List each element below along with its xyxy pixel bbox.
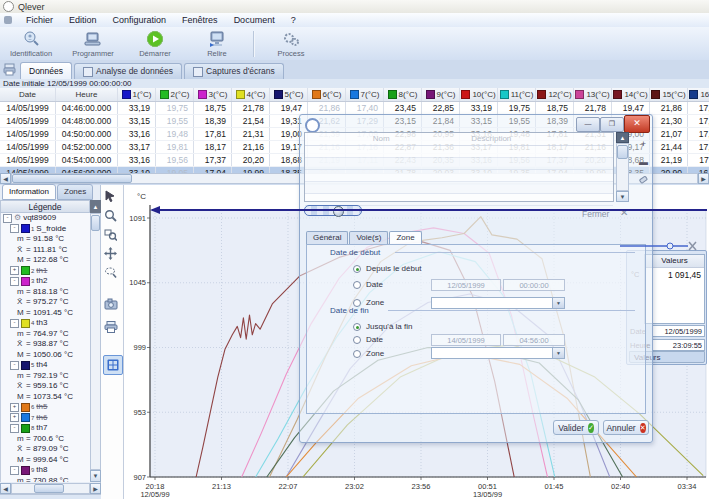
dialog-maximize-button[interactable]: ❒ [600, 117, 624, 132]
radio-depuis-le-debut[interactable] [353, 265, 361, 273]
cursor-icon[interactable] [104, 190, 120, 206]
legend-channel[interactable]: -1S_froide [3, 224, 90, 235]
annuler-button[interactable]: Annuler ✕ [603, 420, 649, 435]
zone-slider[interactable] [304, 205, 362, 216]
panel-tab-zones[interactable]: Zones [57, 184, 93, 200]
valider-button[interactable]: Valider ✓ [553, 420, 599, 435]
dialog-tab-general[interactable]: Général [306, 231, 348, 244]
end-time-field[interactable]: 04:56:00 [503, 334, 565, 346]
start-zone-dropdown[interactable]: ▼ [431, 297, 565, 309]
dialog-tab-voie-s[interactable]: Voie(s) [349, 231, 388, 244]
column-header-ch10[interactable]: 10(°C) [460, 88, 498, 101]
menu-item-help[interactable]: ? [283, 13, 304, 27]
column-header-date[interactable]: Date [0, 88, 56, 101]
start-time-field[interactable]: 00:00:00 [503, 279, 565, 291]
expand-icon[interactable]: + [10, 403, 19, 412]
column-header-ch9[interactable]: 9(°C) [422, 88, 460, 101]
legend-root[interactable]: -⚙vqt89609 [3, 213, 90, 224]
expand-icon[interactable]: - [10, 466, 19, 475]
column-header-heure[interactable]: Heure [56, 88, 118, 101]
scroll-thumb[interactable] [12, 174, 132, 183]
expand-icon[interactable]: - [10, 361, 19, 370]
legend-channel[interactable]: +2th1 [3, 266, 90, 277]
pan-icon[interactable] [104, 247, 120, 263]
menu-item-edition[interactable]: Edition [61, 13, 105, 27]
toolbar-button-demarrer[interactable]: Démarrer [125, 29, 185, 59]
scroll-left-icon[interactable]: ◀ [0, 173, 11, 184]
legend-scroll-up-icon[interactable]: ▲ [90, 200, 101, 213]
report-icon[interactable] [3, 63, 16, 78]
expand-icon[interactable]: - [10, 319, 19, 328]
scroll-right-icon[interactable]: ▶ [698, 173, 709, 184]
add-item-icon[interactable]: + [636, 137, 651, 152]
column-header-ch6[interactable]: 6(°C) [308, 88, 346, 101]
column-header-ch11[interactable]: 11(°C) [498, 88, 536, 101]
legend-tree[interactable]: -⚙vqt89609-1S_froidem= 91.58 °CX̄= 111.8… [0, 213, 90, 482]
dialog-close-button[interactable]: ✕ [624, 115, 650, 133]
radio-jusqua-la-fin[interactable] [353, 323, 361, 331]
legend-hscrollbar[interactable]: ◀ ▶ [0, 483, 101, 494]
expand-icon[interactable]: - [10, 424, 19, 433]
start-date-field[interactable]: 12/05/1999 [431, 279, 501, 291]
legend-vscrollbar[interactable]: ▼ [90, 213, 101, 482]
dialog-list-row[interactable] [305, 182, 613, 194]
legend-scroll-right-icon[interactable]: ▶ [90, 483, 101, 494]
radio-end-zone[interactable] [353, 350, 361, 358]
legend-scroll-left-icon[interactable]: ◀ [0, 483, 11, 494]
menu-item-configuration[interactable]: Configuration [105, 13, 175, 27]
legend-channel[interactable]: +7th6 [3, 413, 90, 424]
legend-scroll-down-icon[interactable]: ▼ [90, 470, 101, 482]
column-header-ch13[interactable]: 13(°C) [574, 88, 612, 101]
toolbar-button-process[interactable]: Process [261, 29, 321, 59]
legend-channel[interactable]: -8th7 [3, 423, 90, 434]
end-zone-dropdown[interactable]: ▼ [431, 347, 565, 359]
fermer-close-icon[interactable]: ✕ [620, 207, 631, 218]
menu-item-fichier[interactable]: Fichier [18, 13, 61, 27]
column-header-ch3[interactable]: 3(°C) [194, 88, 232, 101]
remove-item-icon[interactable]: ▬ [636, 155, 651, 170]
dialog-minimize-button[interactable]: — [576, 117, 600, 132]
legend-channel[interactable]: -4th3 [3, 318, 90, 329]
expand-icon[interactable]: + [10, 413, 19, 422]
zoom-icon[interactable] [104, 209, 120, 225]
toolbar-button-relire[interactable]: Relire [187, 29, 247, 59]
fermer-label[interactable]: Fermer [582, 209, 609, 219]
dropdown-arrow-icon[interactable]: ▼ [552, 348, 564, 358]
menu-item-document[interactable]: Document [226, 13, 283, 27]
printer-icon[interactable] [104, 321, 120, 337]
column-header-ch5[interactable]: 5(°C) [270, 88, 308, 101]
panel-tab-information[interactable]: Information [2, 184, 56, 200]
tab-captures-d-ecrans[interactable]: Captures d'écrans [184, 63, 284, 79]
zoom-area-icon[interactable] [104, 266, 120, 282]
tab-analyse-de-donnees[interactable]: Analyse de données [74, 63, 182, 79]
dropdown-arrow-icon[interactable]: ▼ [552, 298, 564, 308]
camera-icon[interactable] [104, 298, 120, 314]
column-header-ch15[interactable]: 15(°C) [650, 88, 688, 101]
column-header-ch2[interactable]: 2(°C) [156, 88, 194, 101]
dialog-list[interactable]: NomDescription [304, 132, 614, 202]
dialog-list-row[interactable] [305, 146, 613, 158]
toolbar-button-programmer[interactable]: Programmer [63, 29, 123, 59]
zone-dialog[interactable]: — ❒ ✕ NomDescription ▲ ▼ + ▬ Fermer ✕ Gé… [299, 114, 653, 443]
erase-item-icon[interactable] [636, 173, 651, 188]
dialog-tab-zone[interactable]: Zone [389, 231, 421, 244]
dialog-list-row[interactable] [305, 170, 613, 182]
legend-channel[interactable]: -3th2 [3, 276, 90, 287]
column-header-ch8[interactable]: 8(°C) [384, 88, 422, 101]
dialog-list-row[interactable] [305, 158, 613, 170]
legend-channel[interactable]: +6th5 [3, 402, 90, 413]
slider-knob[interactable] [333, 206, 344, 217]
end-date-field[interactable]: 14/05/1999 [431, 334, 501, 346]
legend-channel[interactable]: -5th4 [3, 360, 90, 371]
menu-item-fenetres[interactable]: Fenêtres [174, 13, 226, 27]
zoom-window-icon[interactable] [104, 228, 120, 244]
column-header-ch4[interactable]: 4(°C) [232, 88, 270, 101]
expand-icon[interactable]: + [10, 266, 19, 275]
column-header-ch14[interactable]: 14(°C) [612, 88, 650, 101]
column-header-ch12[interactable]: 12(°C) [536, 88, 574, 101]
tab-donnees[interactable]: Données [20, 62, 72, 79]
dialog-list-scrollbar[interactable]: ▲ ▼ [616, 132, 629, 202]
collapse-icon[interactable]: - [3, 214, 12, 223]
legend-channel[interactable]: -9th8 [3, 465, 90, 476]
radio-start-date[interactable] [353, 281, 361, 289]
